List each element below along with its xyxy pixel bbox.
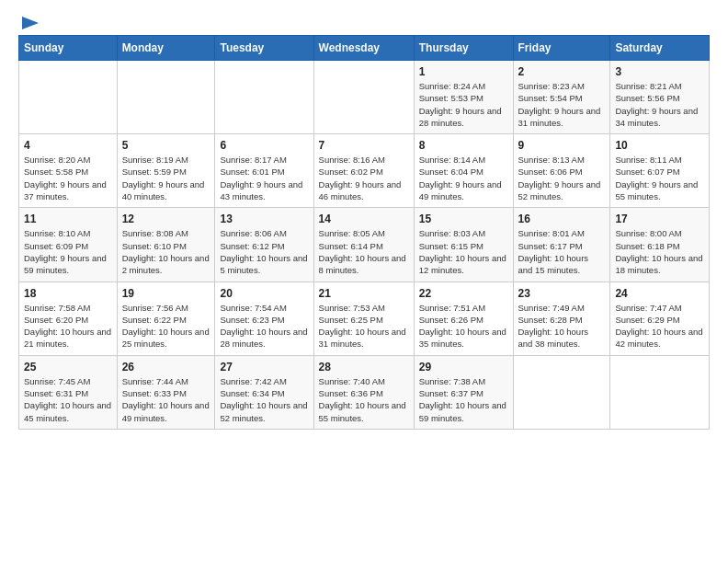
calendar-cell: 15Sunrise: 8:03 AMSunset: 6:15 PMDayligh… [414, 208, 513, 282]
day-number: 28 [319, 361, 409, 373]
weekday-header-wednesday: Wednesday [313, 36, 414, 61]
day-info: Sunrise: 7:49 AMSunset: 6:28 PMDaylight:… [518, 302, 606, 350]
calendar-cell [313, 61, 414, 134]
day-info: Sunrise: 8:11 AMSunset: 6:07 PMDaylight:… [615, 154, 704, 202]
calendar-cell: 26Sunrise: 7:44 AMSunset: 6:33 PMDayligh… [117, 355, 215, 429]
day-info: Sunrise: 8:14 AMSunset: 6:04 PMDaylight:… [419, 154, 508, 202]
logo-flag-icon [20, 15, 40, 31]
calendar-cell: 2Sunrise: 8:23 AMSunset: 5:54 PMDaylight… [513, 61, 610, 134]
calendar-table: SundayMondayTuesdayWednesdayThursdayFrid… [18, 35, 710, 430]
day-number: 15 [419, 213, 508, 225]
day-info: Sunrise: 7:42 AMSunset: 6:34 PMDaylight:… [220, 375, 308, 424]
calendar-cell: 6Sunrise: 8:17 AMSunset: 6:01 PMDaylight… [215, 134, 313, 208]
day-number: 24 [615, 287, 704, 300]
weekday-header-row: SundayMondayTuesdayWednesdayThursdayFrid… [19, 36, 710, 61]
week-row-4: 18Sunrise: 7:58 AMSunset: 6:20 PMDayligh… [19, 282, 710, 355]
day-info: Sunrise: 7:58 AMSunset: 6:20 PMDaylight:… [24, 302, 112, 350]
day-number: 12 [122, 213, 210, 225]
day-number: 4 [24, 139, 112, 152]
day-number: 13 [220, 213, 308, 225]
day-info: Sunrise: 7:44 AMSunset: 6:33 PMDaylight:… [122, 375, 210, 424]
day-number: 6 [220, 139, 308, 152]
day-info: Sunrise: 8:21 AMSunset: 5:56 PMDaylight:… [615, 80, 704, 129]
week-row-3: 11Sunrise: 8:10 AMSunset: 6:09 PMDayligh… [19, 208, 710, 282]
day-info: Sunrise: 7:56 AMSunset: 6:22 PMDaylight:… [122, 302, 210, 350]
weekday-header-tuesday: Tuesday [215, 36, 313, 61]
calendar-cell: 23Sunrise: 7:49 AMSunset: 6:28 PMDayligh… [513, 282, 610, 355]
calendar-cell: 16Sunrise: 8:01 AMSunset: 6:17 PMDayligh… [513, 208, 610, 282]
day-number: 17 [615, 213, 704, 225]
week-row-5: 25Sunrise: 7:45 AMSunset: 6:31 PMDayligh… [19, 355, 710, 429]
calendar-cell [610, 355, 710, 429]
day-number: 8 [419, 139, 508, 152]
day-info: Sunrise: 7:45 AMSunset: 6:31 PMDaylight:… [24, 375, 112, 424]
calendar-cell: 22Sunrise: 7:51 AMSunset: 6:26 PMDayligh… [414, 282, 513, 355]
day-info: Sunrise: 8:24 AMSunset: 5:53 PMDaylight:… [419, 80, 508, 129]
day-info: Sunrise: 8:06 AMSunset: 6:12 PMDaylight:… [220, 227, 308, 276]
day-number: 25 [24, 361, 112, 373]
day-number: 23 [518, 287, 606, 300]
calendar-cell: 3Sunrise: 8:21 AMSunset: 5:56 PMDaylight… [610, 61, 710, 134]
day-info: Sunrise: 8:10 AMSunset: 6:09 PMDaylight:… [24, 227, 112, 276]
page-header [18, 15, 710, 28]
calendar-cell: 29Sunrise: 7:38 AMSunset: 6:37 PMDayligh… [414, 355, 513, 429]
weekday-header-sunday: Sunday [19, 36, 118, 61]
calendar-cell: 8Sunrise: 8:14 AMSunset: 6:04 PMDaylight… [414, 134, 513, 208]
calendar-cell: 17Sunrise: 8:00 AMSunset: 6:18 PMDayligh… [610, 208, 710, 282]
day-number: 20 [220, 287, 308, 300]
calendar-cell [19, 61, 118, 134]
day-info: Sunrise: 8:01 AMSunset: 6:17 PMDaylight:… [518, 227, 606, 276]
day-info: Sunrise: 8:17 AMSunset: 6:01 PMDaylight:… [220, 154, 308, 202]
calendar-cell: 10Sunrise: 8:11 AMSunset: 6:07 PMDayligh… [610, 134, 710, 208]
day-number: 3 [615, 65, 704, 78]
weekday-header-thursday: Thursday [414, 36, 513, 61]
day-number: 2 [518, 65, 606, 78]
day-number: 27 [220, 361, 308, 373]
day-info: Sunrise: 7:54 AMSunset: 6:23 PMDaylight:… [220, 302, 308, 350]
calendar-cell: 21Sunrise: 7:53 AMSunset: 6:25 PMDayligh… [313, 282, 414, 355]
calendar-cell [215, 61, 313, 134]
calendar-cell: 4Sunrise: 8:20 AMSunset: 5:58 PMDaylight… [19, 134, 118, 208]
day-info: Sunrise: 7:47 AMSunset: 6:29 PMDaylight:… [615, 302, 704, 350]
logo [18, 15, 40, 28]
calendar-cell: 27Sunrise: 7:42 AMSunset: 6:34 PMDayligh… [215, 355, 313, 429]
day-info: Sunrise: 8:03 AMSunset: 6:15 PMDaylight:… [419, 227, 508, 276]
day-number: 14 [319, 213, 409, 225]
day-number: 21 [319, 287, 409, 300]
day-info: Sunrise: 7:38 AMSunset: 6:37 PMDaylight:… [419, 375, 508, 424]
calendar-cell: 9Sunrise: 8:13 AMSunset: 6:06 PMDaylight… [513, 134, 610, 208]
calendar-cell: 12Sunrise: 8:08 AMSunset: 6:10 PMDayligh… [117, 208, 215, 282]
day-number: 29 [419, 361, 508, 373]
calendar-cell: 18Sunrise: 7:58 AMSunset: 6:20 PMDayligh… [19, 282, 118, 355]
calendar-cell: 14Sunrise: 8:05 AMSunset: 6:14 PMDayligh… [313, 208, 414, 282]
day-number: 19 [122, 287, 210, 300]
day-number: 11 [24, 213, 112, 225]
calendar-cell [117, 61, 215, 134]
day-info: Sunrise: 7:40 AMSunset: 6:36 PMDaylight:… [319, 375, 409, 424]
day-number: 22 [419, 287, 508, 300]
day-number: 9 [518, 139, 606, 152]
day-info: Sunrise: 8:00 AMSunset: 6:18 PMDaylight:… [615, 227, 704, 276]
day-info: Sunrise: 8:05 AMSunset: 6:14 PMDaylight:… [319, 227, 409, 276]
calendar-cell: 28Sunrise: 7:40 AMSunset: 6:36 PMDayligh… [313, 355, 414, 429]
day-number: 18 [24, 287, 112, 300]
day-info: Sunrise: 8:08 AMSunset: 6:10 PMDaylight:… [122, 227, 210, 276]
weekday-header-saturday: Saturday [610, 36, 710, 61]
day-info: Sunrise: 8:16 AMSunset: 6:02 PMDaylight:… [319, 154, 409, 202]
day-info: Sunrise: 8:23 AMSunset: 5:54 PMDaylight:… [518, 80, 606, 129]
calendar-cell: 25Sunrise: 7:45 AMSunset: 6:31 PMDayligh… [19, 355, 118, 429]
day-info: Sunrise: 8:13 AMSunset: 6:06 PMDaylight:… [518, 154, 606, 202]
week-row-2: 4Sunrise: 8:20 AMSunset: 5:58 PMDaylight… [19, 134, 710, 208]
calendar-cell: 1Sunrise: 8:24 AMSunset: 5:53 PMDaylight… [414, 61, 513, 134]
day-info: Sunrise: 7:53 AMSunset: 6:25 PMDaylight:… [319, 302, 409, 350]
day-number: 10 [615, 139, 704, 152]
day-number: 1 [419, 65, 508, 78]
calendar-cell [513, 355, 610, 429]
day-number: 26 [122, 361, 210, 373]
day-info: Sunrise: 8:19 AMSunset: 5:59 PMDaylight:… [122, 154, 210, 202]
weekday-header-monday: Monday [117, 36, 215, 61]
calendar-cell: 13Sunrise: 8:06 AMSunset: 6:12 PMDayligh… [215, 208, 313, 282]
calendar-cell: 19Sunrise: 7:56 AMSunset: 6:22 PMDayligh… [117, 282, 215, 355]
calendar-cell: 20Sunrise: 7:54 AMSunset: 6:23 PMDayligh… [215, 282, 313, 355]
day-info: Sunrise: 7:51 AMSunset: 6:26 PMDaylight:… [419, 302, 508, 350]
